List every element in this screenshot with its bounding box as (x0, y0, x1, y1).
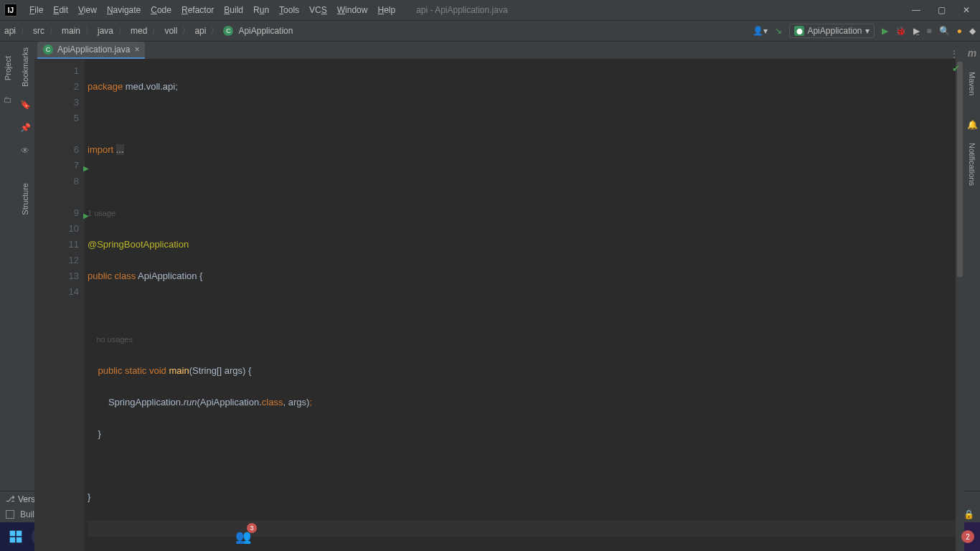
class-icon: C (43, 44, 53, 55)
status-square-icon[interactable] (6, 510, 14, 519)
app-icon: IJ (4, 4, 17, 17)
menu-window[interactable]: Window (334, 4, 372, 17)
editor-tabs: C ApiApplication.java × ⋮ (34, 42, 964, 59)
run-icon[interactable]: ▶ (882, 26, 888, 36)
crumb[interactable]: ApiApplication (238, 26, 293, 36)
crumb[interactable]: src (33, 26, 44, 36)
start-button[interactable] (6, 527, 26, 547)
project-tool-button[interactable]: Project (4, 56, 12, 80)
maven-icon[interactable]: m (968, 47, 976, 59)
svg-rect-1 (17, 531, 22, 537)
class-icon: C (223, 26, 233, 36)
run-coverage-icon[interactable]: ▶̤ (913, 26, 920, 36)
svg-rect-3 (17, 537, 22, 543)
crumb[interactable]: api (4, 26, 16, 36)
badge: 3 (247, 523, 257, 533)
menu-run[interactable]: Run (250, 4, 273, 17)
crumb[interactable]: api (194, 26, 206, 36)
ide-update-icon[interactable]: ● (957, 26, 962, 36)
run-config-label: ApiApplication (807, 26, 862, 36)
title-bar: IJ File Edit View Navigate Code Refactor… (0, 0, 980, 20)
menu-navigate[interactable]: Navigate (103, 4, 144, 17)
run-config-select[interactable]: ⬤ ApiApplication ▾ (789, 24, 874, 38)
menu-build[interactable]: Build (220, 4, 247, 17)
left-tools-secondary: Bookmarks 🔖 📌 👁 Structure (16, 42, 34, 491)
tab-label: ApiApplication.java (57, 44, 130, 55)
project-icon[interactable]: 🗀 (4, 95, 12, 105)
crumb[interactable]: java (98, 26, 113, 36)
debug-icon[interactable]: 🐞 (895, 26, 906, 36)
notifications-tool-button[interactable]: Notifications (968, 143, 976, 186)
chevron-down-icon: ▾ (865, 26, 870, 36)
git-user-icon[interactable]: 👤▾ (753, 26, 768, 36)
minimize-icon[interactable]: — (912, 5, 920, 15)
nav-bar: api〉 src〉 main〉 java〉 med〉 voll〉 api〉 C … (0, 20, 980, 42)
menu-edit[interactable]: Edit (50, 4, 72, 17)
window-title: api - ApiApplication.java (416, 5, 507, 15)
bookmark-icon[interactable]: 🔖 (20, 100, 31, 110)
menu-refactor[interactable]: Refactor (178, 4, 217, 17)
build-hammer-icon[interactable]: ↘ (775, 26, 782, 36)
spring-icon: ⬤ (794, 26, 804, 36)
editor-scrollbar[interactable] (956, 59, 964, 551)
svg-rect-2 (10, 537, 16, 543)
maximize-icon[interactable]: ▢ (938, 5, 946, 15)
teams-icon[interactable]: 👥3 (232, 526, 254, 547)
close-icon[interactable]: ✕ (963, 5, 970, 15)
notification-center-icon[interactable]: 2 (961, 530, 974, 543)
code-editor[interactable]: 1 2 3 5 6 7▶ 8 9▶ 10 11 12 13 14 package… (34, 59, 964, 551)
crumb[interactable]: voll (164, 26, 177, 36)
pin-icon[interactable]: 📌 (20, 123, 31, 133)
search-icon[interactable]: 🔍 (939, 26, 950, 36)
menu-vcs[interactable]: VCS (306, 4, 331, 17)
menu-help[interactable]: Help (374, 4, 399, 17)
tab-menu-icon[interactable]: ⋮ (950, 49, 958, 59)
menu-code[interactable]: Code (147, 4, 175, 17)
menu-tools[interactable]: Tools (275, 4, 303, 17)
window-controls: — ▢ ✕ (912, 5, 976, 15)
maven-tool-button[interactable]: Maven (968, 72, 976, 95)
menu-view[interactable]: View (75, 4, 100, 17)
crumb[interactable]: med (131, 26, 147, 36)
bookmarks-tool-button[interactable]: Bookmarks (21, 47, 29, 87)
code-content[interactable]: package med.voll.api; import ... 1 usage… (85, 59, 956, 551)
gutter: 1 2 3 5 6 7▶ 8 9▶ 10 11 12 13 14 (34, 59, 85, 551)
menu-bar: File Edit View Navigate Code Refactor Bu… (26, 4, 399, 17)
breadcrumbs: api〉 src〉 main〉 java〉 med〉 voll〉 api〉 C … (4, 25, 293, 37)
eye-icon[interactable]: 👁 (21, 146, 29, 156)
inspection-ok-icon[interactable]: ✔ (952, 63, 960, 74)
editor-tab[interactable]: C ApiApplication.java × (37, 42, 145, 59)
tab-close-icon[interactable]: × (134, 44, 139, 55)
structure-tool-button[interactable]: Structure (21, 183, 29, 215)
crumb[interactable]: main (62, 26, 80, 36)
left-tool-rail: Project 🗀 (0, 42, 16, 491)
readonly-lock-icon[interactable]: 🔒 (963, 509, 974, 519)
stop-icon[interactable]: ■ (927, 26, 932, 36)
menu-file[interactable]: File (26, 4, 47, 17)
notifications-icon[interactable]: 🔔 (967, 120, 978, 130)
toolbox-icon[interactable]: ◆ (969, 26, 976, 36)
right-tool-rail: m Maven 🔔 Notifications (964, 42, 980, 491)
svg-rect-0 (10, 531, 16, 537)
